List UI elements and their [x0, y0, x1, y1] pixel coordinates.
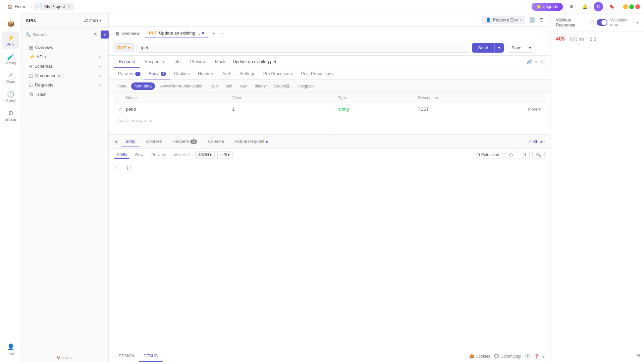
- design-tab[interactable]: DESIGN: [114, 351, 139, 362]
- url-input[interactable]: [137, 43, 469, 53]
- save-dropdown-button[interactable]: ▾: [526, 43, 534, 53]
- format-tab-xml[interactable]: xml: [222, 82, 235, 90]
- sidebar-item-history[interactable]: 🕐 History: [2, 88, 19, 105]
- minimize-button[interactable]: [623, 4, 628, 9]
- search-response-button[interactable]: 🔍: [532, 151, 545, 159]
- format-tab-msgpack[interactable]: msgpack: [295, 82, 318, 90]
- resp-format-visualize[interactable]: Visualize: [171, 151, 193, 159]
- nav-item-apis[interactable]: ⚡ APIs ▸: [23, 52, 106, 61]
- body-tab-auth[interactable]: Auth: [218, 68, 235, 79]
- put-tab[interactable]: PUT Update an existing ...: [145, 28, 208, 38]
- settings-icon-btn[interactable]: ⚙: [567, 2, 576, 11]
- resp-format-preview[interactable]: Preview: [149, 151, 168, 159]
- method-select[interactable]: PUT ▾: [114, 43, 134, 52]
- nav-item-trash[interactable]: 🗑 Trash: [23, 89, 106, 99]
- add-param-button[interactable]: Add a new param: [114, 115, 545, 126]
- param-desc-cell[interactable]: TEST: [418, 107, 524, 112]
- row-check[interactable]: ✓: [118, 106, 126, 112]
- resp-tab-headers[interactable]: Headers 16: [168, 137, 201, 146]
- resp-format-pretty[interactable]: Pretty: [114, 151, 130, 159]
- nav-item-requests[interactable]: ◻ Requests ▸: [23, 80, 106, 89]
- sub-tab-request[interactable]: Request: [114, 56, 140, 68]
- format-json-dropdown[interactable]: JSON ▾: [195, 151, 215, 159]
- close-project-icon[interactable]: ✕: [68, 4, 71, 9]
- bookmark-icon-btn[interactable]: 🔖: [607, 2, 616, 11]
- body-tab-headers[interactable]: Headers: [194, 68, 218, 79]
- format-tab-none[interactable]: none: [114, 82, 130, 90]
- close-button[interactable]: [635, 4, 640, 9]
- format-tab-json[interactable]: json: [207, 82, 221, 90]
- resp-tab-body[interactable]: Body: [121, 137, 140, 146]
- encoding-dropdown[interactable]: utf8 ▾: [217, 151, 233, 159]
- sidebar-item-testing[interactable]: 🧪 Testing: [2, 50, 19, 68]
- body-tab-settings[interactable]: Settings: [235, 68, 259, 79]
- body-tab-params[interactable]: Params 1: [114, 68, 145, 79]
- search-input[interactable]: [33, 32, 89, 37]
- format-tab-binary[interactable]: binary: [251, 82, 269, 90]
- resp-format-raw[interactable]: Raw: [132, 151, 146, 159]
- debug-tab[interactable]: DEBUG: [139, 351, 163, 362]
- notifications-icon-btn[interactable]: 🔔: [580, 2, 590, 11]
- home-tab[interactable]: 🏠 Home: [4, 3, 30, 10]
- resp-tab-console[interactable]: Console: [204, 137, 228, 146]
- resp-tab-actual-request[interactable]: Actual Request: [231, 137, 272, 146]
- send-dropdown-button[interactable]: ▾: [494, 43, 504, 53]
- share-button[interactable]: ↗ Share: [528, 139, 545, 144]
- filter-icon-btn[interactable]: ⚗: [91, 31, 99, 39]
- upgrade-button[interactable]: ⭐ Upgrade: [532, 3, 563, 11]
- param-name-cell[interactable]: petId: [126, 107, 232, 112]
- format-tab-form-data[interactable]: form-data: [131, 82, 155, 90]
- sub-tab-response[interactable]: Response: [140, 56, 169, 68]
- help-action[interactable]: ❓: [534, 354, 539, 359]
- community-action[interactable]: 💬 Community: [494, 354, 521, 359]
- cookies-action[interactable]: 🍪 Cookies: [469, 354, 490, 359]
- open-in-new-button[interactable]: ⬡: [505, 151, 516, 159]
- branch-selector[interactable]: ⎇ main ▾: [80, 17, 104, 24]
- nav-item-schemas[interactable]: ◈ Schemas ▸: [23, 61, 106, 71]
- maximize-button[interactable]: [629, 4, 634, 9]
- extraction-button[interactable]: ⊡ Extraction: [473, 151, 503, 159]
- param-value-cell[interactable]: 1: [232, 107, 338, 112]
- add-tab-button[interactable]: +: [209, 29, 218, 38]
- sub-tab-preview[interactable]: Preview: [185, 56, 210, 68]
- info-action[interactable]: ℹ: [543, 354, 545, 359]
- validate-error-dropdown[interactable]: Validation error... ▾: [610, 18, 639, 27]
- format-tab-graphql[interactable]: GraphQL: [270, 82, 293, 90]
- sidebar-item-invite[interactable]: 👤 Invite: [2, 341, 19, 358]
- avatar[interactable]: U: [594, 2, 603, 11]
- request-more-button[interactable]: ···: [537, 44, 545, 52]
- tabs-more-button[interactable]: ···: [219, 29, 226, 37]
- format-tab-x-www-form-urlencoded[interactable]: x-www-form-urlencoded: [156, 82, 206, 90]
- resp-tab-cookies[interactable]: Cookies: [142, 137, 166, 146]
- sub-tab-mock[interactable]: Mock: [210, 56, 230, 68]
- nav-item-overview[interactable]: ▦ Overview: [23, 43, 106, 52]
- copy-button[interactable]: ⊟: [519, 151, 530, 159]
- expand-icon-btn[interactable]: ⊞: [636, 353, 640, 358]
- menu-icon-btn[interactable]: ☰: [537, 15, 546, 25]
- save-button[interactable]: Save: [506, 43, 527, 53]
- sidebar-item-apis[interactable]: ⚡ APIs: [2, 32, 19, 49]
- link-icon[interactable]: 🔗: [527, 59, 532, 64]
- sub-tab-info[interactable]: Info: [169, 56, 185, 68]
- project-tab[interactable]: 📄 My Project ✕: [34, 3, 74, 10]
- section-divider[interactable]: ...: [109, 126, 550, 134]
- overview-tab[interactable]: ▦ Overview: [111, 29, 144, 38]
- body-tab-cookies[interactable]: Cookies: [170, 68, 194, 79]
- body-tab-body[interactable]: Body 1: [145, 68, 170, 79]
- send-button[interactable]: Send: [472, 43, 494, 53]
- body-tab-pre-processors[interactable]: Pre Processors: [259, 68, 297, 79]
- env-selector[interactable]: 👤 Petstore Env ▾: [482, 16, 525, 24]
- row-more-button[interactable]: More ▾: [524, 107, 541, 112]
- add-icon-btn[interactable]: +: [101, 31, 109, 39]
- sync-icon-btn[interactable]: 🔄: [527, 15, 537, 25]
- nav-item-components[interactable]: ◫ Components ▸: [23, 71, 106, 80]
- param-type-cell[interactable]: string: [338, 107, 418, 112]
- sidebar-item-settings[interactable]: ⚙ Settings: [2, 107, 19, 124]
- sidebar-item-share[interactable]: ↗ Share: [2, 69, 19, 86]
- clock-action[interactable]: 🕐: [525, 354, 530, 359]
- layout-icon[interactable]: ⊞: [541, 59, 545, 64]
- format-tab-raw[interactable]: raw: [237, 82, 250, 90]
- collapse-button[interactable]: ▼: [114, 139, 119, 144]
- edit-icon[interactable]: ✏: [535, 59, 538, 64]
- sidebar-app-icon[interactable]: 📦: [2, 17, 19, 30]
